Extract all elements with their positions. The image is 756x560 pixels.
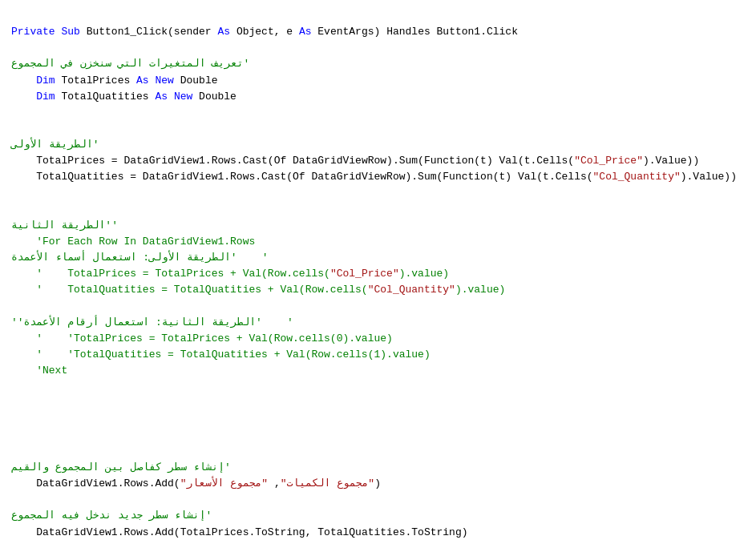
comment-line-13: 'إنشاء سطر جديد ندخل فيه المجموع: [11, 510, 237, 522]
comment-line-3: ''الطريقة الثانية: [11, 220, 143, 232]
comment-line-9: ' 'TotalPrices = TotalPrices + Val(Row.c…: [11, 332, 393, 344]
comment-line-8: ' 'الطريقة الثانية: استعمال أرقام الأعمد…: [11, 316, 318, 328]
dim-line-1: Dim TotalPrices As New Double: [11, 75, 218, 87]
code-line-1: TotalPrices = DataGridView1.Rows.Cast(Of…: [11, 155, 699, 167]
dim-line-2: Dim TotalQuatities As New Double: [11, 91, 237, 103]
blank-1: [11, 123, 18, 135]
comment-line-10: ' 'TotalQuatities = TotalQuatities + Val…: [11, 348, 431, 361]
keyword-as2: As: [299, 26, 312, 38]
comment-line-6: ' TotalPrices = TotalPrices + Val(Row.ce…: [11, 268, 449, 280]
keyword-private: Private: [11, 26, 55, 38]
method-name: Button1_Click(sender: [87, 26, 218, 38]
comment-line-7: ' TotalQuatities = TotalQuatities + Val(…: [11, 284, 505, 296]
comment-line-4: 'For Each Row In DataGridView1.Rows: [11, 236, 255, 248]
code-line-2: TotalQuatities = DataGridView1.Rows.Cast…: [11, 171, 737, 183]
comment-line-1: 'تعريف المتغيرات التي سنخزن في المجموع: [11, 58, 274, 70]
comment-line-11: 'Next: [11, 365, 67, 377]
line-1: Private Sub Button1_Click(sender As Obje…: [11, 26, 518, 38]
blank-2: [11, 203, 18, 216]
code-editor: Private Sub Button1_Click(sender As Obje…: [0, 0, 756, 560]
keyword-as: As: [217, 26, 230, 38]
comment-line-12: 'إنشاء سطر كفاصل بين المجموع والقيم: [11, 461, 256, 473]
code-line-3: DataGridView1.Rows.Add("مجموع الكميات", …: [11, 477, 381, 489]
blank-3: [11, 445, 18, 457]
comment-line-5: ' 'الطريقة الأولى: استعمال أسماء الأعمدة: [11, 252, 293, 264]
comment-line-2: 'الطريقة الأولى: [11, 139, 124, 151]
keyword-sub: Sub: [61, 26, 79, 38]
code-line-4: DataGridView1.Rows.Add(TotalPrices.ToStr…: [11, 526, 468, 538]
